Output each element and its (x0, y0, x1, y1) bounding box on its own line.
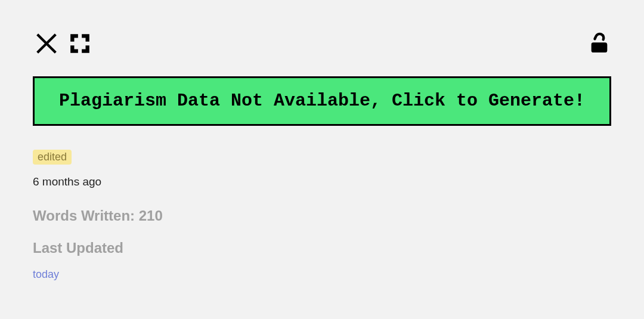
generate-plagiarism-banner[interactable]: Plagiarism Data Not Available, Click to … (33, 76, 611, 126)
toolbar-left (33, 30, 91, 60)
svg-rect-2 (592, 42, 608, 52)
meta-section: edited 6 months ago Words Written: 210 L… (33, 150, 611, 281)
panel: Plagiarism Data Not Available, Click to … (0, 0, 644, 281)
unlock-icon[interactable] (587, 47, 611, 57)
fullscreen-icon[interactable] (69, 32, 91, 57)
toolbar (33, 30, 611, 60)
close-icon[interactable] (33, 30, 60, 60)
words-written-label: Words Written: 210 (33, 207, 611, 224)
banner-text: Plagiarism Data Not Available, Click to … (59, 91, 585, 111)
edited-timestamp: 6 months ago (33, 175, 611, 188)
last-updated-value: today (33, 268, 611, 281)
edited-badge: edited (33, 150, 72, 165)
last-updated-label: Last Updated (33, 240, 611, 256)
toolbar-right (587, 32, 611, 58)
